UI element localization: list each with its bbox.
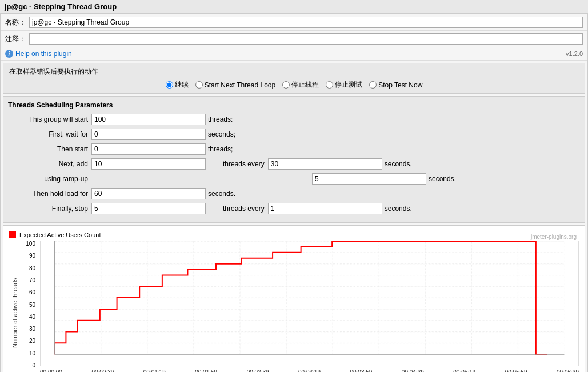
- threads-every-label2: threads every: [223, 205, 265, 213]
- next-add-label: Next, add: [8, 160, 88, 168]
- hold-load-unit: seconds.: [208, 190, 235, 198]
- finally-stop-label: Finally, stop: [8, 205, 88, 213]
- chart-legend-label: Expected Active Users Count: [19, 231, 101, 238]
- chart-svg: [40, 241, 579, 366]
- legend-color-box: [9, 231, 16, 238]
- first-wait-input[interactable]: [91, 129, 206, 140]
- next-add-input[interactable]: [91, 158, 206, 170]
- name-input[interactable]: [29, 17, 583, 28]
- then-start-input[interactable]: [91, 143, 206, 155]
- hold-load-input[interactable]: [91, 188, 206, 199]
- threads-every-label1: threads every: [223, 160, 265, 168]
- info-icon: i: [5, 50, 13, 58]
- window-title: jp@gc - Stepping Thread Group: [0, 0, 588, 14]
- radio-continue[interactable]: 继续: [166, 80, 189, 90]
- radio-stop-test[interactable]: 停止测试: [326, 80, 362, 90]
- threads-every-input2[interactable]: [268, 203, 382, 214]
- radio-stop-thread[interactable]: 停止线程: [282, 80, 319, 90]
- finally-stop-input[interactable]: [91, 203, 206, 214]
- this-group-label: This group will start: [8, 115, 88, 123]
- radio-start-next-loop[interactable]: Start Next Thread Loop: [195, 81, 276, 89]
- this-group-input[interactable]: [91, 114, 206, 125]
- ramp-up-input[interactable]: [312, 173, 426, 185]
- y-axis-label: Number of active threads: [9, 241, 21, 372]
- note-input[interactable]: [29, 33, 583, 45]
- note-label: 注释：: [5, 34, 26, 44]
- threads-every-input1[interactable]: [268, 158, 382, 170]
- name-label: 名称：: [5, 18, 26, 27]
- ramp-up-unit: seconds.: [429, 175, 456, 183]
- version-label: v1.2.0: [566, 50, 583, 57]
- first-wait-label: First, wait for: [8, 130, 88, 138]
- y-axis-ticks: 0 10 20 30 40 50 60 70 80 90 100: [21, 241, 38, 369]
- threads-every-unit1: seconds,: [385, 160, 412, 168]
- help-link[interactable]: i Help on this plugin: [5, 50, 72, 58]
- ramp-up-label: using ramp-up: [8, 175, 88, 183]
- first-wait-unit: seconds;: [208, 130, 235, 138]
- then-start-unit: threads;: [208, 145, 233, 153]
- radio-stop-test-now[interactable]: Stop Test Now: [369, 81, 422, 89]
- this-group-unit: threads:: [208, 115, 233, 123]
- x-axis-ticks: 00:00:00 00:00:39 00:01:19 00:01:59 00:0…: [40, 368, 579, 372]
- help-text: Help on this plugin: [15, 50, 72, 58]
- then-start-label: Then start: [8, 145, 88, 153]
- scheduling-title: Threads Scheduling Parameters: [8, 101, 580, 109]
- error-action-title: 在取样器错误后要执行的动作: [7, 67, 581, 77]
- threads-every-unit2: seconds.: [385, 205, 412, 213]
- hold-load-label: Then hold load for: [8, 190, 88, 198]
- chart-watermark: jmeter-plugins.org: [531, 234, 577, 240]
